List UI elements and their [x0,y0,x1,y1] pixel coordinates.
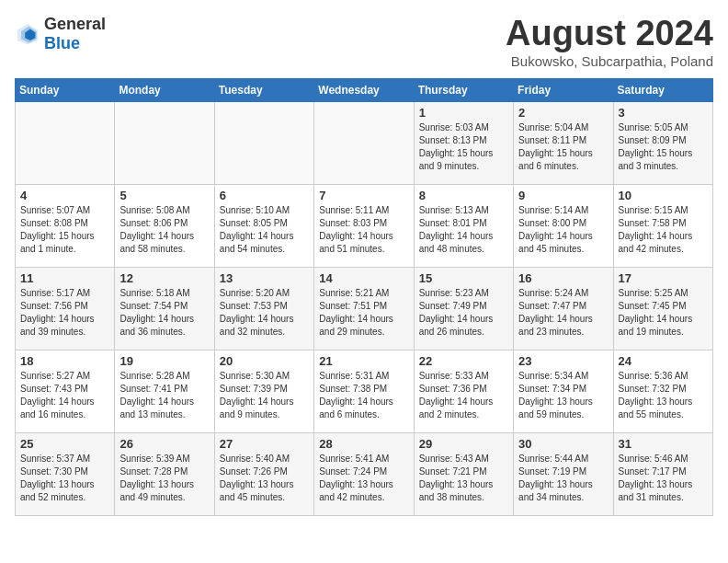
calendar-cell: 16Sunrise: 5:24 AM Sunset: 7:47 PM Dayli… [514,267,613,350]
day-number: 28 [319,437,408,451]
day-info: Sunrise: 5:17 AM Sunset: 7:56 PM Dayligh… [20,287,109,339]
calendar-cell: 9Sunrise: 5:14 AM Sunset: 8:00 PM Daylig… [514,184,613,267]
day-number: 21 [319,354,408,368]
calendar-cell: 30Sunrise: 5:44 AM Sunset: 7:19 PM Dayli… [514,432,613,515]
calendar-cell: 1Sunrise: 5:03 AM Sunset: 8:13 PM Daylig… [414,101,513,184]
day-info: Sunrise: 5:03 AM Sunset: 8:13 PM Dayligh… [419,121,508,173]
calendar-week-row: 25Sunrise: 5:37 AM Sunset: 7:30 PM Dayli… [16,432,713,515]
calendar-cell: 19Sunrise: 5:28 AM Sunset: 7:41 PM Dayli… [115,350,214,432]
day-info: Sunrise: 5:31 AM Sunset: 7:38 PM Dayligh… [319,370,408,421]
logo-icon [15,21,40,47]
day-info: Sunrise: 5:30 AM Sunset: 7:39 PM Dayligh… [220,370,309,421]
day-info: Sunrise: 5:24 AM Sunset: 7:47 PM Dayligh… [518,287,608,339]
calendar-week-row: 1Sunrise: 5:03 AM Sunset: 8:13 PM Daylig… [16,101,713,184]
calendar-cell: 4Sunrise: 5:07 AM Sunset: 8:08 PM Daylig… [16,184,115,267]
day-number: 20 [220,354,309,368]
calendar-cell: 3Sunrise: 5:05 AM Sunset: 8:09 PM Daylig… [613,101,712,184]
day-number: 26 [119,437,209,451]
calendar-cell: 24Sunrise: 5:36 AM Sunset: 7:32 PM Dayli… [613,350,712,432]
calendar-cell: 23Sunrise: 5:34 AM Sunset: 7:34 PM Dayli… [514,350,613,432]
day-number: 7 [319,189,408,202]
calendar-cell: 11Sunrise: 5:17 AM Sunset: 7:56 PM Dayli… [16,267,115,350]
day-number: 5 [119,189,209,202]
day-info: Sunrise: 5:05 AM Sunset: 8:09 PM Dayligh… [619,121,708,173]
calendar-cell: 18Sunrise: 5:27 AM Sunset: 7:43 PM Dayli… [16,350,115,432]
day-number: 1 [419,106,508,120]
calendar-cell: 31Sunrise: 5:46 AM Sunset: 7:17 PM Dayli… [613,432,712,515]
day-info: Sunrise: 5:14 AM Sunset: 8:00 PM Dayligh… [518,204,608,256]
days-of-week-row: SundayMondayTuesdayWednesdayThursdayFrid… [16,78,713,101]
calendar-cell: 20Sunrise: 5:30 AM Sunset: 7:39 PM Dayli… [214,350,313,432]
day-info: Sunrise: 5:07 AM Sunset: 8:08 PM Dayligh… [20,204,109,256]
day-number: 13 [220,271,309,285]
day-info: Sunrise: 5:36 AM Sunset: 7:32 PM Dayligh… [619,370,708,421]
day-info: Sunrise: 5:15 AM Sunset: 7:58 PM Dayligh… [619,204,708,256]
day-info: Sunrise: 5:04 AM Sunset: 8:11 PM Dayligh… [518,121,608,173]
day-number: 18 [20,354,109,368]
day-info: Sunrise: 5:13 AM Sunset: 8:01 PM Dayligh… [419,204,508,256]
day-number: 19 [119,354,209,368]
day-number: 24 [619,354,708,368]
day-of-week-header: Thursday [414,78,513,101]
day-info: Sunrise: 5:39 AM Sunset: 7:28 PM Dayligh… [119,453,209,504]
day-of-week-header: Monday [115,78,214,101]
calendar-cell: 28Sunrise: 5:41 AM Sunset: 7:24 PM Dayli… [314,432,414,515]
day-info: Sunrise: 5:33 AM Sunset: 7:36 PM Dayligh… [419,370,508,421]
logo-text: General Blue [44,15,106,53]
logo-general: General [44,15,106,33]
day-number: 11 [20,271,109,285]
day-info: Sunrise: 5:34 AM Sunset: 7:34 PM Dayligh… [518,370,608,421]
day-info: Sunrise: 5:43 AM Sunset: 7:21 PM Dayligh… [419,453,508,504]
day-info: Sunrise: 5:23 AM Sunset: 7:49 PM Dayligh… [419,287,508,339]
calendar-cell [214,101,313,184]
title-block: August 2024 Bukowsko, Subcarpathia, Pola… [506,15,713,69]
logo: General Blue [15,15,106,53]
day-number: 15 [419,271,508,285]
day-info: Sunrise: 5:10 AM Sunset: 8:05 PM Dayligh… [220,204,309,256]
day-number: 6 [220,189,309,202]
calendar-cell: 14Sunrise: 5:21 AM Sunset: 7:51 PM Dayli… [314,267,414,350]
calendar-cell: 29Sunrise: 5:43 AM Sunset: 7:21 PM Dayli… [414,432,513,515]
day-info: Sunrise: 5:25 AM Sunset: 7:45 PM Dayligh… [619,287,708,339]
day-number: 17 [619,271,708,285]
location-subtitle: Bukowsko, Subcarpathia, Poland [506,53,713,69]
calendar-cell: 2Sunrise: 5:04 AM Sunset: 8:11 PM Daylig… [514,101,613,184]
day-number: 8 [419,189,508,202]
calendar-cell [314,101,414,184]
day-number: 16 [518,271,608,285]
day-number: 25 [20,437,109,451]
day-of-week-header: Sunday [16,78,115,101]
day-number: 30 [518,437,608,451]
day-number: 2 [518,106,608,120]
calendar-cell [16,101,115,184]
calendar-cell: 15Sunrise: 5:23 AM Sunset: 7:49 PM Dayli… [414,267,513,350]
day-number: 3 [619,106,708,120]
calendar-header: SundayMondayTuesdayWednesdayThursdayFrid… [16,78,713,101]
calendar-cell: 10Sunrise: 5:15 AM Sunset: 7:58 PM Dayli… [613,184,712,267]
calendar-cell: 13Sunrise: 5:20 AM Sunset: 7:53 PM Dayli… [214,267,313,350]
calendar-week-row: 4Sunrise: 5:07 AM Sunset: 8:08 PM Daylig… [16,184,713,267]
calendar-cell [115,101,214,184]
calendar-body: 1Sunrise: 5:03 AM Sunset: 8:13 PM Daylig… [16,101,713,515]
calendar-cell: 25Sunrise: 5:37 AM Sunset: 7:30 PM Dayli… [16,432,115,515]
calendar-cell: 7Sunrise: 5:11 AM Sunset: 8:03 PM Daylig… [314,184,414,267]
calendar-cell: 22Sunrise: 5:33 AM Sunset: 7:36 PM Dayli… [414,350,513,432]
calendar-cell: 12Sunrise: 5:18 AM Sunset: 7:54 PM Dayli… [115,267,214,350]
day-info: Sunrise: 5:41 AM Sunset: 7:24 PM Dayligh… [319,453,408,504]
calendar-cell: 21Sunrise: 5:31 AM Sunset: 7:38 PM Dayli… [314,350,414,432]
day-info: Sunrise: 5:40 AM Sunset: 7:26 PM Dayligh… [220,453,309,504]
day-info: Sunrise: 5:44 AM Sunset: 7:19 PM Dayligh… [518,453,608,504]
logo-blue: Blue [44,34,80,52]
day-number: 31 [619,437,708,451]
calendar-cell: 26Sunrise: 5:39 AM Sunset: 7:28 PM Dayli… [115,432,214,515]
page-header: General Blue August 2024 Bukowsko, Subca… [15,15,713,69]
month-title: August 2024 [506,15,713,53]
day-info: Sunrise: 5:28 AM Sunset: 7:41 PM Dayligh… [119,370,209,421]
calendar-cell: 6Sunrise: 5:10 AM Sunset: 8:05 PM Daylig… [214,184,313,267]
day-number: 12 [119,271,209,285]
calendar-cell: 8Sunrise: 5:13 AM Sunset: 8:01 PM Daylig… [414,184,513,267]
day-number: 23 [518,354,608,368]
day-number: 9 [518,189,608,202]
day-info: Sunrise: 5:08 AM Sunset: 8:06 PM Dayligh… [119,204,209,256]
calendar-week-row: 11Sunrise: 5:17 AM Sunset: 7:56 PM Dayli… [16,267,713,350]
